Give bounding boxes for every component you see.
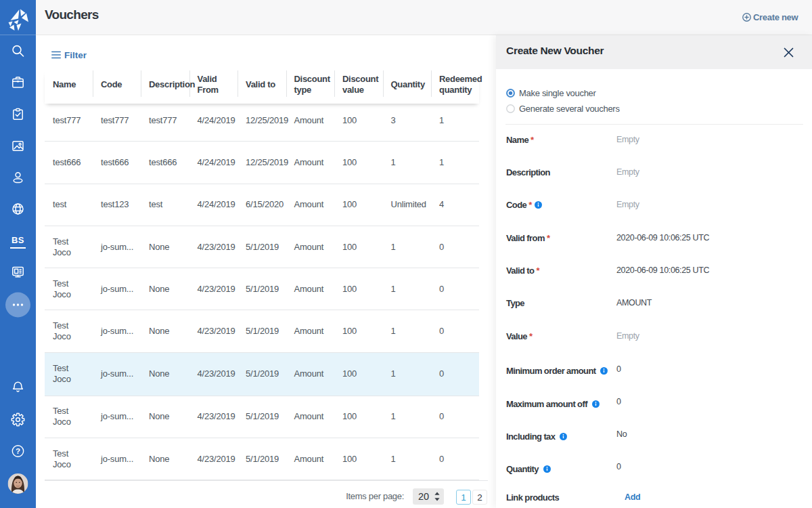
svg-text:?: ?	[16, 447, 20, 455]
